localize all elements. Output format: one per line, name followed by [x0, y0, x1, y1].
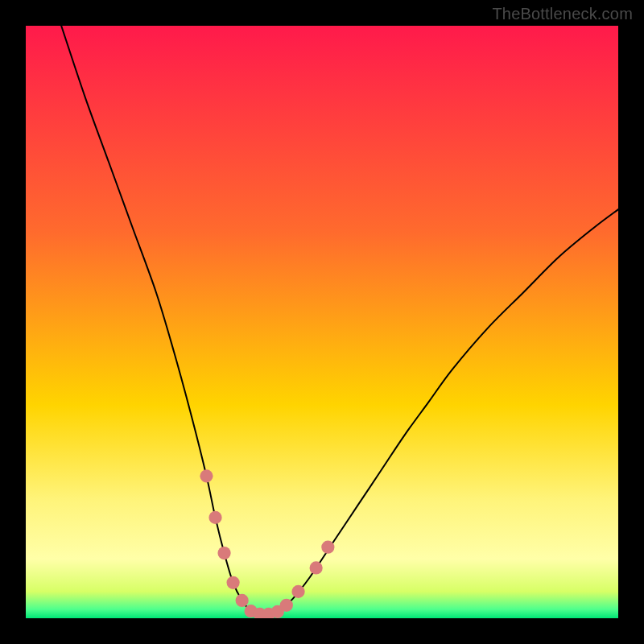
bottleneck-chart — [26, 26, 618, 618]
highlight-marker — [208, 511, 221, 524]
highlight-marker — [236, 594, 249, 607]
chart-frame: TheBottleneck.com — [0, 0, 644, 644]
highlight-marker — [217, 547, 230, 559]
highlight-marker — [280, 599, 293, 612]
highlight-marker — [310, 561, 323, 574]
watermark-label: TheBottleneck.com — [492, 5, 633, 23]
highlight-marker — [200, 469, 213, 482]
gradient-background — [26, 26, 618, 618]
highlight-marker — [321, 541, 334, 554]
highlight-marker — [291, 585, 304, 598]
plot-area — [26, 26, 618, 618]
highlight-marker — [227, 576, 240, 589]
